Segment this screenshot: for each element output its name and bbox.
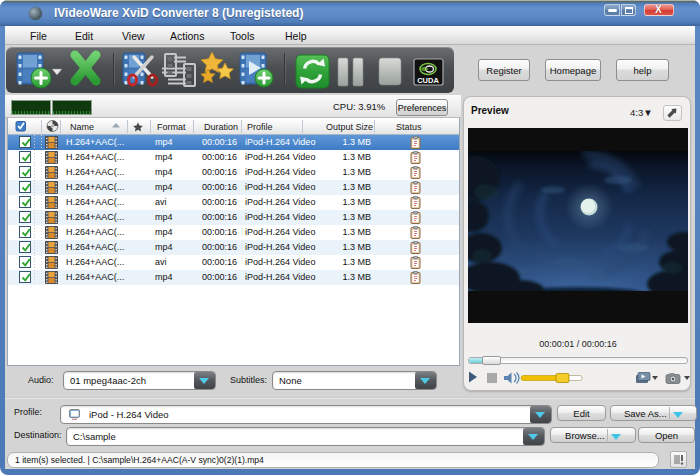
svg-text:CUDA: CUDA (417, 76, 439, 85)
